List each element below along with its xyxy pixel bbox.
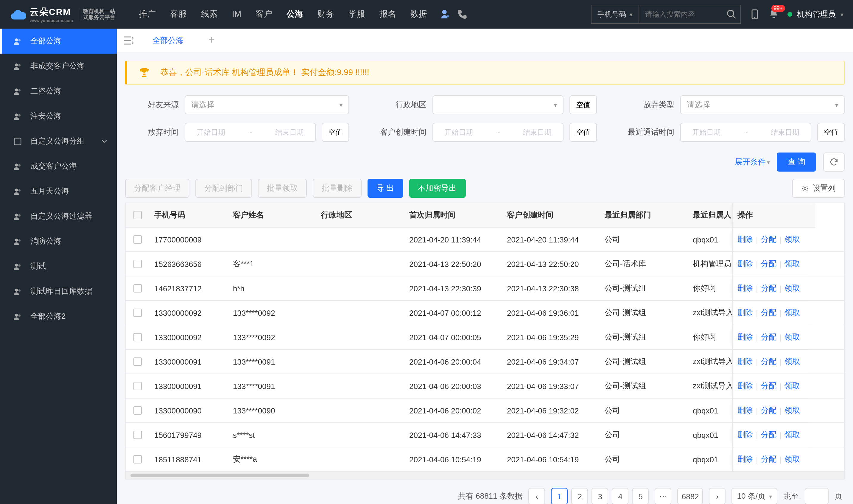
sidebar-item[interactable]: 消防公海: [0, 229, 117, 254]
notification-bell[interactable]: 99+: [768, 8, 779, 21]
row-checkbox[interactable]: [133, 357, 142, 366]
nav-item[interactable]: 公海: [287, 9, 303, 20]
tab-add-button[interactable]: +: [200, 34, 223, 47]
page-jump-input[interactable]: [805, 488, 829, 504]
row-assign-link[interactable]: 分配: [761, 332, 777, 343]
abandon-time-null-button[interactable]: 空值: [322, 123, 349, 142]
row-checkbox[interactable]: [133, 431, 142, 439]
row-delete-link[interactable]: 删除: [738, 258, 753, 269]
row-claim-link[interactable]: 领取: [784, 283, 800, 294]
page-number-button[interactable]: 3: [592, 488, 609, 504]
row-checkbox[interactable]: [133, 382, 142, 390]
assign-manager-button[interactable]: 分配客户经理: [125, 179, 189, 198]
sidebar-item[interactable]: 自定义公海过滤器: [0, 204, 117, 229]
row-checkbox[interactable]: [133, 235, 142, 244]
row-delete-link[interactable]: 删除: [738, 332, 753, 343]
row-assign-link[interactable]: 分配: [761, 430, 777, 440]
row-checkbox[interactable]: [133, 455, 142, 464]
sidebar-item[interactable]: 注安公海: [0, 104, 117, 129]
user-dropdown[interactable]: 机构管理员 ▾: [787, 9, 843, 20]
page-last-button[interactable]: 6882: [677, 488, 703, 504]
row-checkbox[interactable]: [133, 309, 142, 317]
row-assign-link[interactable]: 分配: [761, 234, 777, 245]
export-plain-button[interactable]: 不加密导出: [409, 179, 466, 198]
batch-delete-button[interactable]: 批量删除: [313, 179, 362, 198]
refresh-button[interactable]: [823, 152, 845, 172]
page-next-button[interactable]: ›: [709, 488, 726, 504]
sidebar-item[interactable]: 测试昨日回库数据: [0, 279, 117, 304]
assign-dept-button[interactable]: 分配到部门: [195, 179, 252, 198]
row-delete-link[interactable]: 删除: [738, 381, 753, 391]
export-button[interactable]: 导 出: [367, 179, 403, 198]
row-claim-link[interactable]: 领取: [784, 332, 800, 343]
nav-item[interactable]: 财务: [317, 9, 334, 20]
row-assign-link[interactable]: 分配: [761, 405, 777, 416]
device-icon[interactable]: [749, 9, 760, 20]
row-assign-link[interactable]: 分配: [761, 356, 777, 367]
expand-filters-link[interactable]: 展开条件▾: [735, 157, 770, 167]
row-delete-link[interactable]: 删除: [738, 283, 753, 294]
row-claim-link[interactable]: 领取: [784, 405, 800, 416]
row-delete-link[interactable]: 删除: [738, 454, 753, 465]
page-prev-button[interactable]: ‹: [529, 488, 545, 504]
batch-claim-button[interactable]: 批量领取: [258, 179, 307, 198]
row-claim-link[interactable]: 领取: [784, 454, 800, 465]
row-claim-link[interactable]: 领取: [784, 430, 800, 440]
set-columns-button[interactable]: 设置列: [792, 179, 845, 198]
query-button[interactable]: 查 询: [777, 152, 816, 172]
add-user-icon[interactable]: [439, 9, 450, 20]
select-all-checkbox[interactable]: [133, 211, 142, 219]
row-claim-link[interactable]: 领取: [784, 307, 800, 318]
page-ellipsis[interactable]: ⋯: [655, 488, 672, 504]
call-time-null-button[interactable]: 空值: [817, 123, 845, 142]
region-null-button[interactable]: 空值: [569, 95, 597, 114]
row-delete-link[interactable]: 删除: [738, 234, 753, 245]
row-assign-link[interactable]: 分配: [761, 283, 777, 294]
nav-item[interactable]: 客服: [170, 9, 187, 20]
row-checkbox[interactable]: [133, 333, 142, 341]
search-icon[interactable]: [726, 9, 737, 20]
nav-item[interactable]: 学服: [348, 9, 365, 20]
create-time-null-button[interactable]: 空值: [569, 123, 597, 142]
sidebar-item[interactable]: 非成交客户公海: [0, 54, 117, 79]
row-checkbox[interactable]: [133, 260, 142, 268]
row-claim-link[interactable]: 领取: [784, 258, 800, 269]
row-assign-link[interactable]: 分配: [761, 381, 777, 391]
row-checkbox[interactable]: [133, 406, 142, 415]
row-delete-link[interactable]: 删除: [738, 430, 753, 440]
row-checkbox[interactable]: [133, 284, 142, 292]
sidebar-item[interactable]: 自定义公海分组: [0, 129, 117, 154]
page-number-button[interactable]: 1: [551, 488, 568, 504]
sidebar-item[interactable]: 二咨公海: [0, 79, 117, 104]
phone-call-icon[interactable]: [457, 9, 468, 20]
sidebar-item[interactable]: 全部公海2: [0, 304, 117, 329]
row-assign-link[interactable]: 分配: [761, 454, 777, 465]
call-time-range[interactable]: 开始日期~结束日期: [680, 123, 811, 142]
search-input[interactable]: [639, 5, 723, 23]
nav-item[interactable]: IM: [232, 9, 241, 20]
sidebar-item[interactable]: 全部公海: [0, 29, 117, 54]
row-assign-link[interactable]: 分配: [761, 307, 777, 318]
search-type-select[interactable]: 手机号码▾: [592, 5, 639, 23]
create-time-range[interactable]: 开始日期~结束日期: [433, 123, 563, 142]
abandon-time-range[interactable]: 开始日期~结束日期: [185, 123, 316, 142]
region-select[interactable]: ▾: [433, 95, 563, 114]
tabs-menu-icon[interactable]: [122, 33, 136, 47]
page-size-select[interactable]: 10 条/页▾: [732, 488, 777, 504]
sidebar-item[interactable]: 成交客户公海: [0, 154, 117, 179]
page-number-button[interactable]: 2: [571, 488, 588, 504]
nav-item[interactable]: 线索: [201, 9, 218, 20]
source-select[interactable]: 请选择▾: [185, 95, 349, 114]
row-delete-link[interactable]: 删除: [738, 307, 753, 318]
row-assign-link[interactable]: 分配: [761, 258, 777, 269]
page-number-button[interactable]: 4: [612, 488, 629, 504]
nav-item[interactable]: 客户: [256, 9, 272, 20]
abandon-type-select[interactable]: 请选择▾: [680, 95, 845, 114]
tab-all-public[interactable]: 全部公海: [141, 28, 195, 52]
page-number-button[interactable]: 5: [632, 488, 649, 504]
row-delete-link[interactable]: 删除: [738, 405, 753, 416]
nav-item[interactable]: 报名: [379, 9, 396, 20]
sidebar-item[interactable]: 五月天公海: [0, 179, 117, 204]
row-delete-link[interactable]: 删除: [738, 356, 753, 367]
row-claim-link[interactable]: 领取: [784, 356, 800, 367]
